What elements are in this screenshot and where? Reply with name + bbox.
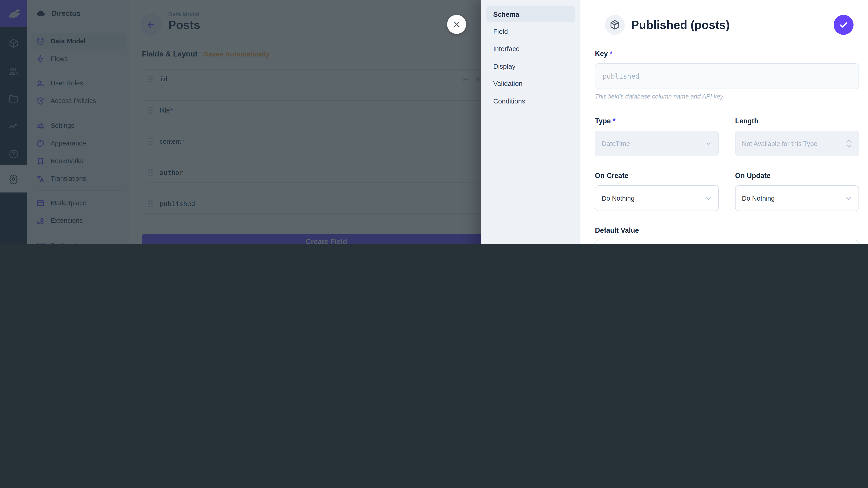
on-create-select[interactable]: Do Nothing: [595, 185, 719, 211]
field-detail-drawer: Schema Field Interface Display Validatio…: [481, 0, 868, 244]
tab-display[interactable]: Display: [487, 58, 575, 74]
field-type-icon-circle: [605, 15, 625, 35]
key-input[interactable]: published: [595, 63, 859, 89]
type-select[interactable]: DateTime: [595, 131, 719, 156]
close-icon: [452, 20, 461, 29]
drawer-close-button[interactable]: [447, 15, 466, 34]
required-mark: *: [610, 50, 613, 57]
chevron-down-icon: [705, 140, 712, 147]
key-label: Key *: [595, 50, 613, 58]
drawer-tab-nav: Schema Field Interface Display Validatio…: [481, 0, 581, 244]
tab-field[interactable]: Field: [487, 23, 575, 39]
type-label: Type *: [595, 117, 616, 125]
length-label: Length: [735, 117, 758, 125]
chevron-down-icon: [705, 195, 712, 202]
on-update-select[interactable]: Do Nothing: [735, 185, 859, 211]
default-value-label: Default Value: [595, 226, 639, 234]
tab-validation[interactable]: Validation: [487, 75, 575, 91]
check-icon: [839, 20, 848, 30]
drawer-content: Published (posts) Key * published This f…: [581, 0, 868, 244]
chevron-down-icon: [846, 144, 852, 148]
save-button[interactable]: [834, 15, 854, 35]
drawer-title: Published (posts): [631, 18, 730, 32]
app-window: Directus Data Model Flows User Roles Acc…: [0, 0, 868, 244]
package-icon: [610, 20, 620, 30]
default-value-input[interactable]: NULL: [595, 240, 859, 244]
key-note: This field's database column name and AP…: [595, 93, 723, 100]
tab-interface[interactable]: Interface: [487, 40, 575, 57]
length-input[interactable]: Not Available for this Type: [735, 131, 859, 156]
chevron-down-icon: [845, 195, 852, 202]
tab-schema[interactable]: Schema: [487, 6, 575, 22]
tab-conditions[interactable]: Conditions: [487, 93, 575, 109]
length-stepper[interactable]: [846, 139, 852, 148]
required-mark: *: [613, 117, 616, 125]
on-create-label: On Create: [595, 172, 628, 180]
chevron-up-icon: [846, 139, 852, 143]
on-update-label: On Update: [735, 172, 771, 180]
